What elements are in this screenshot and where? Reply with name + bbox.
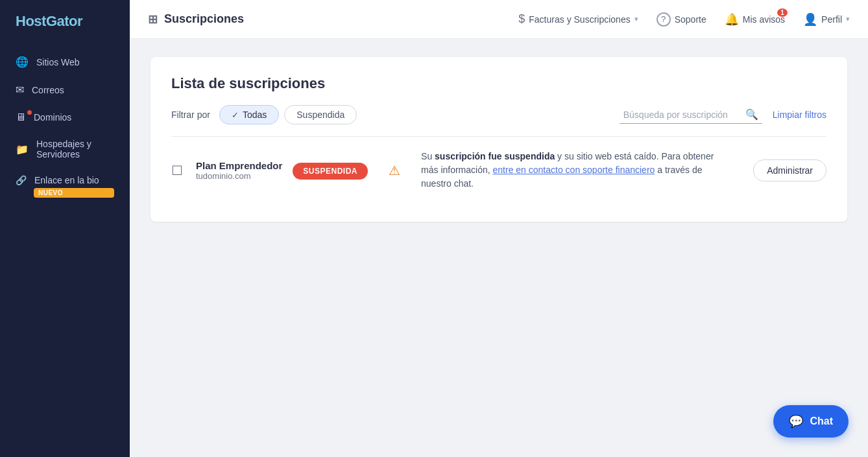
filter-tab-suspendida[interactable]: Suspendida bbox=[284, 105, 357, 124]
soporte-financiero-link[interactable]: entre en contacto con soporte financiero bbox=[493, 165, 655, 175]
sidebar-item-dominios[interactable]: 🖥 Dominios bbox=[0, 104, 130, 131]
nav-facturas[interactable]: $ Facturas y Suscripciones ▾ bbox=[518, 12, 638, 26]
clear-filters-link[interactable]: Limpiar filtros bbox=[773, 110, 826, 120]
subscription-row: ☐ Plan Emprendedor tudominio.com SUSPEND… bbox=[171, 136, 826, 204]
subscription-message: Su suscripción fue suspendida y su sitio… bbox=[421, 150, 732, 191]
grid-icon: ⊞ bbox=[148, 12, 158, 27]
card-title: Lista de suscripciones bbox=[171, 75, 826, 92]
search-icon: 🔍 bbox=[745, 108, 758, 121]
sidebar-item-sitios-web[interactable]: 🌐 Sitios Web bbox=[0, 48, 130, 76]
admin-button[interactable]: Administrar bbox=[753, 159, 826, 182]
alert-area: ⚠ bbox=[389, 163, 400, 178]
sidebar-item-hospedajes[interactable]: 📁 Hospedajes y Servidores bbox=[0, 131, 130, 167]
notification-badge: 1 bbox=[777, 8, 788, 17]
subscription-folder-icon: ☐ bbox=[171, 163, 183, 178]
monitor-icon: 🖥 bbox=[16, 111, 26, 123]
nav-soporte[interactable]: ? Soporte bbox=[657, 12, 706, 27]
globe-icon: 🌐 bbox=[16, 56, 29, 68]
sidebar-nav: 🌐 Sitios Web ✉ Correos 🖥 Dominios 📁 Hosp… bbox=[0, 43, 130, 211]
header-nav: $ Facturas y Suscripciones ▾ ? Soporte 🔔… bbox=[518, 12, 850, 27]
subscriptions-card: Lista de suscripciones Filtrar por ✓ Tod… bbox=[151, 57, 847, 222]
chevron-perfil-icon: ▾ bbox=[846, 15, 850, 23]
mail-icon: ✉ bbox=[16, 84, 24, 96]
dollar-icon: $ bbox=[518, 12, 525, 26]
page-header-title: ⊞ Suscripciones bbox=[148, 12, 244, 27]
dominios-dot bbox=[27, 110, 32, 115]
subscription-info: Plan Emprendedor tudominio.com bbox=[196, 160, 282, 181]
status-badge: SUSPENDIDA bbox=[293, 163, 368, 180]
filter-label: Filtrar por bbox=[171, 110, 210, 120]
main-content: ⊞ Suscripciones $ Facturas y Suscripcion… bbox=[130, 0, 868, 457]
search-box[interactable]: 🔍 bbox=[620, 106, 762, 124]
link-icon: 🔗 bbox=[16, 175, 27, 185]
folder-icon: 📁 bbox=[16, 143, 29, 156]
search-area: 🔍 Limpiar filtros bbox=[620, 106, 826, 124]
check-icon: ✓ bbox=[232, 110, 239, 120]
user-icon: 👤 bbox=[803, 12, 817, 27]
filters-row: Filtrar por ✓ Todas Suspendida 🔍 bbox=[171, 105, 826, 124]
chevron-facturas-icon: ▾ bbox=[634, 15, 638, 23]
nav-mis-avisos[interactable]: 🔔 1 Mis avisos bbox=[725, 12, 785, 27]
sidebar: HostGator 🌐 Sitios Web ✉ Correos 🖥 Domin… bbox=[0, 0, 130, 457]
subscription-name: Plan Emprendedor bbox=[196, 160, 282, 171]
message-text-1: Su bbox=[421, 151, 435, 161]
chat-button[interactable]: 💬 Chat bbox=[773, 405, 849, 438]
search-input[interactable] bbox=[623, 110, 740, 120]
nav-perfil[interactable]: 👤 Perfil ▾ bbox=[803, 12, 850, 27]
sidebar-item-correos[interactable]: ✉ Correos bbox=[0, 76, 130, 104]
subscription-status: SUSPENDIDA bbox=[293, 165, 368, 176]
content-area: Lista de suscripciones Filtrar por ✓ Tod… bbox=[130, 39, 868, 457]
bell-icon: 🔔 bbox=[725, 12, 739, 27]
filter-tabs: ✓ Todas Suspendida bbox=[219, 105, 362, 124]
sidebar-logo: HostGator bbox=[0, 0, 130, 43]
chat-icon: 💬 bbox=[789, 414, 803, 428]
sidebar-item-enlace-bio[interactable]: 🔗 Enlace en la bio NUEVO bbox=[0, 167, 130, 205]
alert-icon: ⚠ bbox=[389, 163, 400, 178]
question-icon: ? bbox=[657, 12, 671, 27]
nuevo-badge: NUEVO bbox=[34, 188, 114, 198]
subscription-domain: tudominio.com bbox=[196, 171, 282, 181]
message-bold: suscripción fue suspendida bbox=[435, 151, 555, 161]
filter-tab-todas[interactable]: ✓ Todas bbox=[219, 105, 279, 124]
header: ⊞ Suscripciones $ Facturas y Suscripcion… bbox=[130, 0, 868, 39]
